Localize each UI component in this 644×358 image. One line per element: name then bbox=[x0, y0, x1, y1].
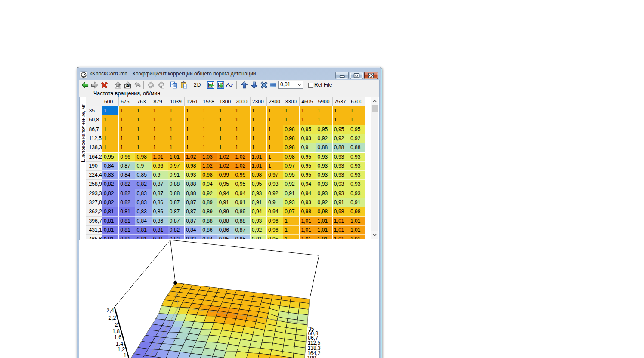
table-cell[interactable]: 0,88 bbox=[168, 189, 185, 198]
table-cell[interactable]: 0,97 bbox=[267, 171, 283, 180]
table-cell[interactable]: 0,93 bbox=[349, 180, 365, 189]
scroll-up-button[interactable] bbox=[371, 97, 378, 105]
table-cell[interactable]: 1,01 bbox=[349, 217, 365, 226]
table-cell[interactable]: 1,02 bbox=[201, 162, 217, 171]
table-cell[interactable]: 0,82 bbox=[119, 180, 135, 189]
table-cell[interactable]: 1,01 bbox=[300, 217, 316, 226]
table-cell[interactable]: 1 bbox=[185, 125, 201, 134]
table-cell[interactable]: 1 bbox=[267, 125, 283, 134]
pack-a-button[interactable]: A bbox=[124, 81, 131, 89]
table-cell[interactable]: 0,93 bbox=[251, 217, 267, 226]
row-header[interactable]: 465,6 bbox=[86, 235, 103, 239]
step-combobox[interactable]: 0,01 bbox=[278, 81, 303, 89]
table-cell[interactable]: 1,01 bbox=[349, 235, 365, 239]
table-cell[interactable]: 0,93 bbox=[333, 162, 349, 171]
table-cell[interactable]: 0,88 bbox=[217, 217, 234, 226]
table-cell[interactable]: 1 bbox=[135, 115, 152, 125]
table-cell[interactable]: 0,88 bbox=[234, 217, 251, 226]
table-cell[interactable]: 0,95 bbox=[300, 153, 316, 162]
table-cell[interactable]: 1,01 bbox=[349, 226, 365, 235]
table-cell[interactable]: 0,93 bbox=[316, 180, 333, 189]
scroll-down-button[interactable] bbox=[371, 231, 378, 239]
col-header[interactable]: 5900 bbox=[316, 97, 333, 107]
table-cell[interactable]: 0,87 bbox=[168, 198, 185, 207]
table-cell[interactable]: 0,86 bbox=[152, 198, 168, 207]
table-cell[interactable]: 0,92 bbox=[316, 198, 333, 207]
table-cell[interactable]: 1 bbox=[217, 143, 234, 152]
table-cell[interactable]: 1 bbox=[102, 143, 119, 152]
table-cell[interactable]: 1 bbox=[267, 106, 283, 115]
col-header[interactable]: 763 bbox=[135, 97, 152, 107]
table-cell[interactable]: 1 bbox=[119, 125, 135, 134]
table-cell[interactable]: 0,95 bbox=[333, 125, 349, 134]
table-cell[interactable]: 1 bbox=[152, 115, 168, 125]
table-cell[interactable]: 0,83 bbox=[185, 235, 201, 239]
table-cell[interactable]: 1 bbox=[283, 115, 300, 125]
table-cell[interactable]: 0,98 bbox=[283, 153, 300, 162]
copy-button[interactable] bbox=[170, 81, 177, 89]
vertical-scrollbar[interactable] bbox=[371, 97, 378, 239]
table-cell[interactable]: 0,85 bbox=[135, 171, 152, 180]
table-cell[interactable]: 0,82 bbox=[102, 189, 119, 198]
table-cell[interactable]: 0,89 bbox=[217, 207, 234, 216]
table-cell[interactable]: 1 bbox=[168, 125, 185, 134]
table-cell[interactable]: 1 bbox=[267, 115, 283, 125]
table-cell[interactable]: 0,87 bbox=[185, 217, 201, 226]
table-cell[interactable]: 1 bbox=[201, 134, 217, 143]
table-cell[interactable]: 0,91 bbox=[333, 198, 349, 207]
row-header[interactable]: 293,3 bbox=[86, 189, 103, 198]
table-cell[interactable]: 0,84 bbox=[135, 217, 152, 226]
row-header[interactable]: 86,7 bbox=[86, 125, 103, 134]
table-cell[interactable]: 0,81 bbox=[102, 226, 119, 235]
table-cell[interactable]: 1 bbox=[102, 125, 119, 134]
table-cell[interactable]: 0,98 bbox=[333, 207, 349, 216]
table-cell[interactable]: 1 bbox=[283, 226, 300, 235]
table-cell[interactable]: 1 bbox=[168, 143, 185, 152]
table-cell[interactable]: 0,86 bbox=[201, 226, 217, 235]
table-cell[interactable]: 0,91 bbox=[234, 198, 251, 207]
table-cell[interactable]: 0,92 bbox=[283, 180, 300, 189]
table-cell[interactable]: 1 bbox=[185, 106, 201, 115]
table-cell[interactable]: 1 bbox=[152, 106, 168, 115]
table-cell[interactable]: 0,95 bbox=[102, 153, 119, 162]
table-cell[interactable]: 0,95 bbox=[316, 125, 333, 134]
table-cell[interactable]: 1 bbox=[152, 143, 168, 152]
table-cell[interactable]: 1 bbox=[333, 115, 349, 125]
table-cell[interactable]: 1 bbox=[135, 106, 152, 115]
table-cell[interactable]: 1 bbox=[349, 106, 365, 115]
table-cell[interactable]: 0,95 bbox=[217, 180, 234, 189]
table-cell[interactable]: 1 bbox=[168, 115, 185, 125]
table-cell[interactable]: 0,98 bbox=[349, 207, 365, 216]
table-cell[interactable]: 0,82 bbox=[135, 180, 152, 189]
table-cell[interactable]: 0,97 bbox=[283, 207, 300, 216]
table-cell[interactable]: 0,82 bbox=[168, 235, 185, 239]
table-cell[interactable]: 0,91 bbox=[251, 235, 267, 239]
table-cell[interactable]: 0,88 bbox=[333, 143, 349, 152]
table-cell[interactable]: 0,93 bbox=[300, 134, 316, 143]
table-cell[interactable]: 0,95 bbox=[300, 125, 316, 134]
table-cell[interactable]: 0,9 bbox=[300, 143, 316, 152]
table-cell[interactable]: 1 bbox=[185, 115, 201, 125]
table-cell[interactable]: 1 bbox=[234, 106, 251, 115]
table-cell[interactable]: 1 bbox=[349, 115, 365, 125]
multiply-button[interactable] bbox=[260, 81, 268, 89]
row-header[interactable]: 362,2 bbox=[86, 207, 103, 216]
table-cell[interactable]: 1,01 bbox=[168, 153, 185, 162]
refresh-button[interactable] bbox=[147, 81, 155, 89]
table-cell[interactable]: 1 bbox=[283, 217, 300, 226]
table-cell[interactable]: 0,88 bbox=[349, 143, 365, 152]
table-cell[interactable]: 1 bbox=[234, 125, 251, 134]
table-cell[interactable]: 0,82 bbox=[168, 226, 185, 235]
table-cell[interactable]: 0,94 bbox=[300, 180, 316, 189]
table-cell[interactable]: 0,89 bbox=[201, 198, 217, 207]
table-cell[interactable]: 0,98 bbox=[185, 162, 201, 171]
undo-button[interactable] bbox=[134, 81, 141, 89]
table-cell[interactable]: 1 bbox=[102, 134, 119, 143]
table-cell[interactable]: 0,91 bbox=[283, 189, 300, 198]
row-header[interactable]: 112,5 bbox=[86, 134, 103, 143]
col-header[interactable]: 2000 bbox=[234, 97, 251, 107]
table-cell[interactable]: 0,93 bbox=[316, 153, 333, 162]
table-cell[interactable]: 0,83 bbox=[135, 189, 152, 198]
surface-3d-plot[interactable]: 2,42,221,81,61,41,213560,886,7112,5138,3… bbox=[79, 240, 379, 358]
table-cell[interactable]: 0,82 bbox=[102, 180, 119, 189]
